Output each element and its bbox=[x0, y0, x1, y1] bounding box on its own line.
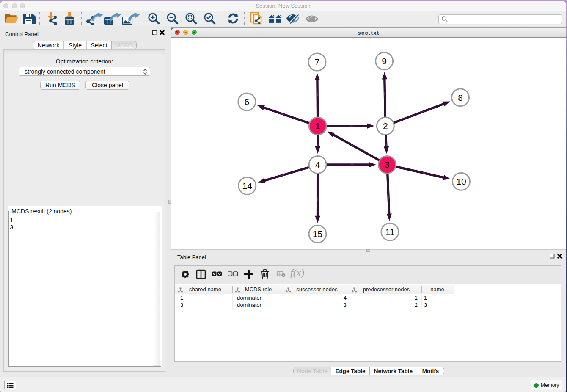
svg-text:2: 2 bbox=[383, 121, 388, 131]
svg-text:7: 7 bbox=[315, 57, 320, 67]
svg-text:3: 3 bbox=[385, 160, 390, 169]
svg-text:4: 4 bbox=[315, 160, 320, 169]
svg-text:1: 1 bbox=[315, 121, 320, 131]
svg-text:15: 15 bbox=[313, 229, 322, 239]
svg-text:6: 6 bbox=[245, 97, 250, 107]
svg-text:14: 14 bbox=[242, 181, 253, 190]
svg-text:9: 9 bbox=[382, 56, 387, 66]
svg-text:10: 10 bbox=[456, 177, 466, 186]
svg-text:8: 8 bbox=[458, 93, 463, 102]
svg-text:11: 11 bbox=[385, 227, 395, 237]
